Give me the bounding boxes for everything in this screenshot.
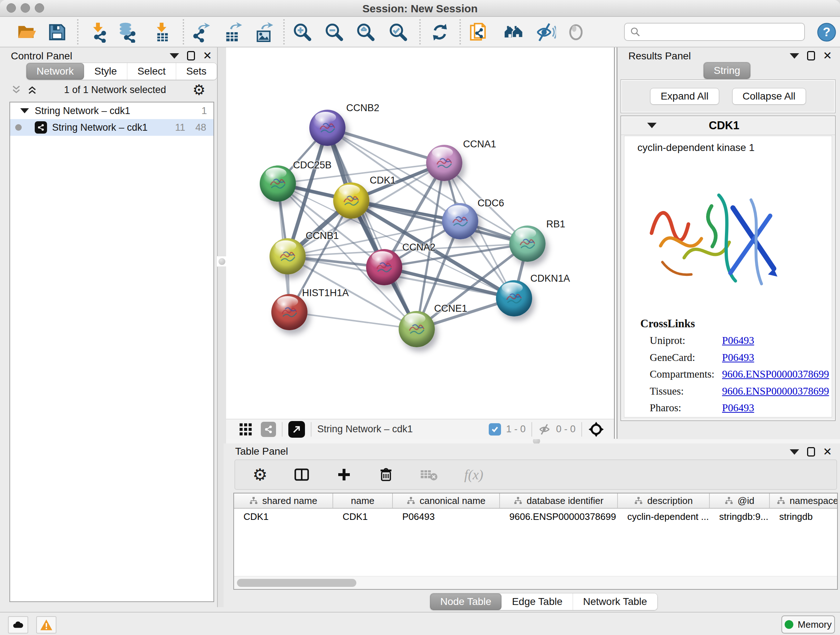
splitter-grip[interactable] [216,256,227,267]
crosslink-link[interactable]: P06493 [722,402,754,414]
tree-expander-icon[interactable] [20,108,29,113]
zoom-out-icon [324,22,345,43]
table-panel-title: Table Panel [235,446,288,457]
close-panel-icon[interactable]: ✕ [203,51,212,60]
close-panel-icon[interactable]: ✕ [823,447,832,456]
apply-layout-button[interactable] [428,21,452,44]
zoom-out-button[interactable] [323,21,346,44]
node-result-card: CDK1 cyclin-dependent kinase 1 CrossLink… [621,116,836,421]
gear-icon[interactable]: ⚙ [193,82,205,97]
network-node-HIST1H1A[interactable] [271,294,308,330]
export-table-button[interactable] [221,21,245,44]
memory-button[interactable]: Memory [782,616,835,633]
export-image-button[interactable] [253,21,276,44]
show-panels-button[interactable] [564,21,587,44]
crosslink-link[interactable]: P06493 [722,352,754,363]
delete-column-icon[interactable] [378,467,394,483]
scrollbar-thumb[interactable] [237,579,356,587]
horizontal-splitter[interactable] [226,439,840,443]
network-edge[interactable] [289,312,417,329]
tab-string[interactable]: String [704,62,750,79]
horizontal-scrollbar[interactable] [234,576,837,589]
zoom-in-button[interactable] [291,21,314,44]
zoom-fit-icon [355,22,376,43]
open-session-button[interactable] [15,21,38,44]
show-columns-icon[interactable] [294,466,310,483]
network-node-RB1[interactable] [509,226,546,262]
birdseye-toggle-icon[interactable] [588,421,605,438]
network-node-CDC25B[interactable] [260,165,296,202]
import-network-from-database-button[interactable] [116,21,139,44]
tab-sets[interactable]: Sets [176,63,217,80]
close-panel-icon[interactable]: ✕ [823,51,832,60]
hide-panels-button[interactable] [534,21,557,44]
collapse-all-button[interactable]: Collapse All [732,88,806,105]
zoom-selected-button[interactable] [387,21,410,44]
network-node-CCNE1[interactable] [399,311,435,347]
crosslink-link[interactable]: 9606.ENSP00000378699 [722,368,829,380]
network-node-CCNB2[interactable] [309,110,346,146]
crosslink-link[interactable]: 9606.ENSP00000378699 [722,385,829,397]
panel-menu-icon[interactable] [790,449,799,455]
tab-network-table[interactable]: Network Table [573,593,657,610]
tab-network[interactable]: Network [27,63,84,80]
network-canvas[interactable]: CCNB2CCNA1CDC25BCDK1CDC6RB1CCNB1CCNA2CDK… [226,48,614,419]
column-header-shared-name[interactable]: shared name [234,494,333,508]
float-panel-icon[interactable] [187,51,195,60]
crosslink-link[interactable]: P06493 [722,334,754,347]
network-selection-status: 1 of 1 Network selected [38,84,193,96]
panel-menu-icon[interactable] [170,53,179,59]
table-settings-icon[interactable]: ⚙ [253,467,267,482]
zoom-fit-button[interactable] [354,21,377,44]
column-header-@id[interactable]: @id [710,494,770,508]
hidden-count: 0 - 0 [556,424,576,435]
homes-button[interactable] [502,21,525,44]
table-row[interactable]: CDK1CDK1P064939606.ENSP00000378699cyclin… [234,509,837,524]
table-tabs: Node TableEdge TableNetwork Table [430,593,658,610]
collapse-entry-icon[interactable] [647,123,657,128]
network-node-label: CCNE1 [434,303,467,314]
network-node-CDKN1A[interactable] [496,280,532,317]
warnings-button[interactable] [36,616,57,633]
expand-all-button[interactable]: Expand All [650,88,719,105]
save-session-button[interactable] [46,21,69,44]
tab-select[interactable]: Select [127,63,176,80]
selected-checkbox[interactable] [489,423,501,435]
column-header-name[interactable]: name [333,494,393,508]
network-node-CDC6[interactable] [442,203,478,239]
search-input[interactable] [644,27,796,38]
search-field[interactable] [624,23,805,41]
expand-all-icon[interactable] [27,84,38,95]
column-header-canonical-name[interactable]: canonical name [393,494,500,508]
vertical-splitter-right[interactable] [614,48,617,439]
string-import-button[interactable] [468,21,491,44]
tab-node-table[interactable]: Node Table [430,593,502,610]
float-panel-icon[interactable] [807,447,815,456]
import-table-button[interactable] [150,21,174,44]
open-in-window-button[interactable] [288,421,305,438]
network-node-CCNA1[interactable] [426,145,462,181]
network-share-icon[interactable] [261,422,276,437]
column-header-label: namespace [790,495,838,507]
column-header-namespace[interactable]: namespace [770,494,838,508]
network-row-selected[interactable]: String Network – cdk1 11 48 [10,119,213,136]
add-column-icon[interactable] [336,467,352,483]
export-network-button[interactable] [190,21,213,44]
network-view-title: String Network – cdk1 [317,424,413,435]
tab-style[interactable]: Style [84,63,127,80]
tab-edge-table[interactable]: Edge Table [502,593,573,610]
float-panel-icon[interactable] [807,51,815,60]
column-header-description[interactable]: description [618,494,710,508]
help-button[interactable]: ? [815,21,838,44]
crosslink-label: Tissues: [650,385,684,397]
panel-menu-icon[interactable] [790,53,799,59]
import-network-button[interactable] [87,21,110,44]
network-node-CCNA2[interactable] [366,249,402,285]
cloud-button[interactable] [8,616,28,633]
network-node-CDK1[interactable] [333,182,369,219]
network-collection-row[interactable]: String Network – cdk1 1 [10,103,213,119]
grid-view-icon[interactable] [238,422,253,437]
collapse-all-icon[interactable] [11,84,22,95]
network-node-CCNB1[interactable] [270,238,306,274]
column-header-database-identifier[interactable]: database identifier [500,494,618,508]
